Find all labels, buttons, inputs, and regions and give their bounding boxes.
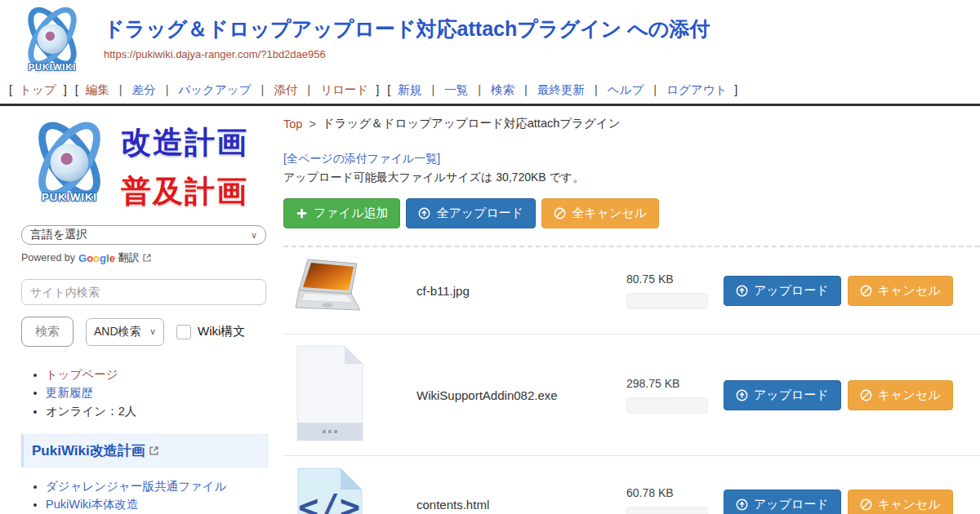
generic-file-icon	[292, 343, 367, 443]
nav-reload-link[interactable]: リロード	[320, 83, 368, 96]
page-url[interactable]: https://pukiwiki.dajya-ranger.com/?1bd2d…	[104, 48, 980, 60]
upload-button[interactable]: アップロード	[724, 276, 841, 306]
breadcrumb-separator: >	[309, 117, 315, 131]
sidebar-item-top-page[interactable]: トップページ	[46, 368, 118, 381]
sidebar-section-links: ダジャレンジャー版共通ファイル PukiWiki本体改造 PukiWikiテキス…	[46, 478, 270, 514]
nav-separator: |	[653, 83, 657, 96]
cancel-all-button[interactable]: 全キャンセル	[541, 198, 659, 228]
upload-toolbar: ファイル追加 全アップロード 全キャンセル	[283, 198, 980, 228]
add-files-button[interactable]: ファイル追加	[283, 198, 400, 228]
upload-all-button[interactable]: 全アップロード	[406, 198, 536, 228]
max-upload-size-text: アップロード可能最大ファイルサイズは 30,720KB です。	[283, 171, 980, 185]
page-title: ドラッグ＆ドロップアップロード対応attachプラグイン への添付	[104, 18, 980, 41]
file-size: 298.75 KB	[626, 377, 716, 390]
laptop-photo-thumbnail	[292, 256, 367, 321]
bracket: [	[9, 83, 12, 96]
upload-progress-bar	[626, 293, 708, 309]
chevron-down-icon: ∨	[251, 230, 257, 241]
upload-progress-bar	[626, 507, 708, 514]
svg-text:</>: </>	[298, 487, 360, 514]
file-size: 80.75 KB	[626, 273, 716, 286]
file-name: cf-b11.jpg	[406, 284, 618, 298]
sidebar: PUKIWIKI 改造計画 普及計画 言語を選択 ∨ Powered by Go…	[0, 106, 282, 514]
bracket: ]	[376, 83, 379, 96]
file-name: WikiSupportAddin082.exe	[406, 388, 618, 402]
upload-file-list: cf-b11.jpg 80.75 KB アップロード キャンセル	[283, 246, 980, 514]
file-row: WikiSupportAddin082.exe 298.75 KB アップロード…	[283, 335, 980, 456]
site-search-input[interactable]	[21, 279, 266, 305]
pukiwiki-logo[interactable]: PUKIWIKI	[15, 5, 90, 72]
ban-circle-icon	[860, 498, 872, 511]
wiki-syntax-label: Wiki構文	[198, 324, 245, 339]
nav-diff-link[interactable]: 差分	[132, 83, 156, 96]
ban-circle-icon	[554, 207, 566, 219]
top-nav: [ トップ ] [ 編集 | 差分 | バックアップ | 添付 | リロード ]…	[0, 79, 980, 98]
banner-kaizou-text: 改造計画	[121, 122, 248, 163]
sidebar-item-update-history[interactable]: 更新履歴	[46, 386, 93, 399]
list-item: PukiWiki本体改造	[46, 496, 270, 512]
upload-button[interactable]: アップロード	[724, 380, 841, 410]
breadcrumb: Top > ドラッグ＆ドロップアップロード対応attachプラグイン	[283, 116, 980, 131]
nav-help-link[interactable]: ヘルプ	[608, 83, 644, 96]
sidebar-item-core-mods[interactable]: PukiWiki本体改造	[46, 498, 139, 511]
bracket: [	[75, 83, 78, 96]
cancel-button[interactable]: キャンセル	[848, 276, 953, 306]
nav-new-link[interactable]: 新規	[398, 83, 421, 96]
code-file-icon: </>	[292, 465, 367, 514]
circle-arrow-up-icon	[736, 285, 748, 297]
page-header: PUKIWIKI ドラッグ＆ドロップアップロード対応attachプラグイン への…	[0, 0, 980, 79]
nav-separator: |	[119, 83, 122, 96]
file-row: cf-b11.jpg 80.75 KB アップロード キャンセル	[283, 247, 980, 335]
atom-logo-icon	[16, 5, 88, 70]
sidebar-section-heading[interactable]: PukiWiki改造計画	[21, 434, 268, 467]
online-count: オンライン：2人	[46, 405, 136, 418]
file-size: 60.78 KB	[626, 486, 716, 499]
upload-progress-bar	[626, 397, 708, 414]
translate-link[interactable]: 翻訳	[118, 250, 140, 265]
upload-button[interactable]: アップロード	[724, 490, 841, 514]
nav-separator: |	[166, 83, 169, 96]
file-row: </> contents.html 60.78 KB アップロード キャンセル	[283, 456, 980, 514]
chevron-down-icon: ∨	[149, 326, 156, 337]
main-content: Top > ドラッグ＆ドロップアップロード対応attachプラグイン [全ページ…	[282, 106, 980, 514]
nav-list-link[interactable]: 一覧	[444, 83, 468, 96]
nav-separator: |	[261, 83, 265, 96]
nav-edit-link[interactable]: 編集	[86, 83, 109, 96]
ban-circle-icon	[860, 389, 872, 401]
search-mode-select[interactable]: AND検索 ∨	[86, 318, 164, 346]
nav-separator: |	[524, 83, 528, 96]
list-item: トップページ	[46, 366, 270, 383]
nav-separator: |	[595, 83, 598, 96]
circle-arrow-up-icon	[418, 207, 430, 219]
external-link-icon	[149, 446, 158, 455]
atom-logo-icon	[24, 119, 115, 202]
language-select[interactable]: 言語を選択 ∨	[21, 225, 266, 245]
wiki-syntax-checkbox[interactable]	[176, 325, 191, 339]
bracket: ]	[64, 83, 67, 96]
google-logo-text: Google	[78, 252, 115, 264]
bracket: [	[387, 83, 390, 96]
breadcrumb-current: ドラッグ＆ドロップアップロード対応attachプラグイン	[323, 116, 621, 131]
plus-icon	[296, 207, 308, 219]
cancel-button[interactable]: キャンセル	[848, 380, 953, 410]
search-button[interactable]: 検索	[21, 317, 74, 347]
nav-top-link[interactable]: トップ	[20, 83, 56, 96]
banner-fukyuu-text: 普及計画	[121, 171, 248, 212]
nav-search-link[interactable]: 検索	[491, 83, 514, 96]
nav-logout-link[interactable]: ログアウト	[666, 83, 727, 96]
sidebar-banner[interactable]: PUKIWIKI 改造計画 普及計画	[21, 119, 270, 212]
breadcrumb-home-link[interactable]: Top	[283, 117, 302, 131]
nav-separator: |	[307, 83, 310, 96]
nav-attach-link[interactable]: 添付	[274, 83, 297, 96]
circle-arrow-up-icon	[736, 498, 748, 511]
ban-circle-icon	[860, 285, 872, 297]
all-pages-attach-list-link[interactable]: [全ページの添付ファイル一覧]	[283, 152, 440, 166]
sidebar-item-common-files[interactable]: ダジャレンジャー版共通ファイル	[46, 480, 226, 493]
list-item: オンライン：2人	[46, 403, 270, 419]
nav-backup-link[interactable]: バックアップ	[178, 83, 251, 96]
cancel-button[interactable]: キャンセル	[848, 490, 953, 514]
nav-separator: |	[431, 83, 434, 96]
circle-arrow-up-icon	[736, 389, 748, 401]
list-item: 更新履歴	[46, 384, 270, 401]
nav-recent-link[interactable]: 最終更新	[537, 83, 585, 96]
